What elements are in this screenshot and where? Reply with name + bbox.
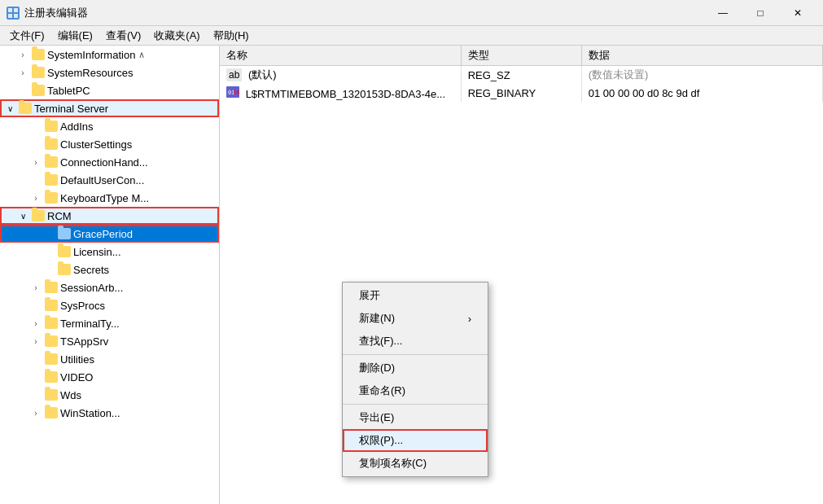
reg-name-label: L$RTMTIMEBOMB_1320153D-8DA3-4e...	[246, 88, 445, 100]
expand-icon: ∨	[16, 209, 29, 222]
tree-item-video[interactable]: › VIDEO	[0, 368, 219, 386]
close-button[interactable]: ✕	[779, 0, 816, 26]
tree-label: TerminalTy...	[60, 318, 120, 330]
tree-label: Utilities	[60, 353, 94, 366]
expand-icon: ›	[29, 191, 42, 204]
table-row[interactable]: 01 10 L$RTMTIMEBOMB_1320153D-8DA3-4e... …	[220, 84, 823, 102]
tree-item-clustersettings[interactable]: › ClusterSettings	[0, 135, 219, 153]
row-data: (数值未设置)	[581, 66, 822, 85]
col-type: 类型	[461, 46, 581, 66]
ctx-find[interactable]: 查找(F)...	[343, 330, 488, 353]
folder-icon	[19, 103, 32, 114]
row-type: REG_BINARY	[461, 84, 581, 102]
maximize-button[interactable]: □	[742, 0, 779, 26]
tree-item-tsappsrv[interactable]: › TSAppSrv	[0, 332, 219, 350]
tree-item-sysprocs[interactable]: › SysProcs	[0, 296, 219, 314]
svg-rect-1	[14, 8, 18, 12]
tree-label: ConnectionHand...	[60, 156, 148, 169]
tree-item-tabletpc[interactable]: › TabletPC	[0, 81, 219, 99]
menu-bar: 文件(F) 编辑(E) 查看(V) 收藏夹(A) 帮助(H)	[0, 26, 823, 46]
arrow-right-icon: ›	[468, 313, 471, 325]
ctx-rename[interactable]: 重命名(R)	[343, 379, 488, 402]
main-area: › SystemInformation ∧ › SystemResources …	[0, 46, 823, 504]
folder-icon	[45, 389, 58, 401]
ctx-copy-keyname[interactable]: 复制项名称(C)	[343, 452, 488, 475]
tree-label: SystemInformation	[47, 49, 135, 61]
window-title: 注册表编辑器	[24, 6, 88, 20]
folder-icon	[45, 300, 58, 311]
expand-icon: ›	[29, 156, 42, 169]
row-data: 01 00 00 00 d0 8c 9d df	[581, 84, 822, 102]
row-name: ab (默认)	[220, 66, 461, 85]
menu-file[interactable]: 文件(F)	[3, 27, 51, 45]
title-bar-left: 注册表编辑器	[7, 6, 88, 20]
svg-rect-0	[8, 8, 12, 12]
folder-icon	[45, 174, 58, 186]
tree-label: ClusterSettings	[60, 138, 132, 151]
row-name: 01 10 L$RTMTIMEBOMB_1320153D-8DA3-4e...	[220, 84, 461, 102]
table-row[interactable]: ab (默认) REG_SZ (数值未设置)	[220, 66, 823, 85]
tree-item-keyboardtypem[interactable]: › KeyboardType M...	[0, 189, 219, 207]
tree-item-licensing[interactable]: › Licensin...	[0, 243, 219, 261]
reg-icon: ab	[226, 68, 242, 81]
tree-item-addins[interactable]: › AddIns	[0, 117, 219, 135]
context-menu: 展开 新建(N) › 查找(F)... 删除(D) 重命名(R) 导出(E) 权…	[342, 282, 488, 477]
ctx-delete[interactable]: 删除(D)	[343, 357, 488, 379]
tree-item-systemresources[interactable]: › SystemResources	[0, 64, 219, 81]
tree-item-winstation[interactable]: › WinStation...	[0, 404, 219, 422]
tree-panel: › SystemInformation ∧ › SystemResources …	[0, 46, 220, 504]
tree-item-terminaltype[interactable]: › TerminalTy...	[0, 314, 219, 332]
tree-item-connectionhandl[interactable]: › ConnectionHand...	[0, 153, 219, 171]
menu-favorites[interactable]: 收藏夹(A)	[147, 27, 206, 45]
tree-item-defaultusercon[interactable]: › DefaultUserCon...	[0, 171, 219, 189]
tree-item-graceperiod[interactable]: › GracePeriod	[0, 225, 219, 243]
registry-table: 名称 类型 数据 ab (默认) REG_SZ (数值未设置)	[220, 46, 823, 102]
folder-icon	[58, 246, 71, 257]
reg-name-label: (默认)	[248, 68, 277, 81]
ctx-permissions[interactable]: 权限(P)...	[343, 429, 488, 452]
tree-item-terminalserver[interactable]: ∨ Terminal Server	[0, 99, 219, 117]
folder-icon	[45, 121, 58, 132]
tree-label: Secrets	[73, 264, 109, 276]
tree-item-sessionarb[interactable]: › SessionArb...	[0, 278, 219, 296]
tree-item-systeminformation[interactable]: › SystemInformation ∧	[0, 46, 219, 64]
col-data: 数据	[581, 46, 822, 66]
expand-icon: ›	[16, 66, 29, 79]
menu-edit[interactable]: 编辑(E)	[51, 27, 99, 45]
ctx-new[interactable]: 新建(N) ›	[343, 307, 488, 330]
menu-help[interactable]: 帮助(H)	[207, 27, 256, 45]
tree-item-secrets[interactable]: › Secrets	[0, 261, 219, 278]
expand-icon: ›	[29, 281, 42, 294]
tree-label: GracePeriod	[73, 228, 133, 240]
tree-label: KeyboardType M...	[60, 192, 149, 204]
minimize-button[interactable]: —	[704, 0, 742, 26]
folder-icon	[32, 67, 45, 78]
right-panel: 名称 类型 数据 ab (默认) REG_SZ (数值未设置)	[220, 46, 823, 504]
expand-icon: ›	[29, 335, 42, 348]
folder-icon	[45, 138, 58, 150]
folder-icon	[32, 85, 45, 96]
tree-item-utilities[interactable]: › Utilities	[0, 350, 219, 368]
tree-scroll[interactable]: › SystemInformation ∧ › SystemResources …	[0, 46, 219, 504]
folder-icon	[32, 210, 45, 221]
folder-icon	[45, 335, 58, 347]
tree-label: SysProcs	[60, 300, 105, 312]
tree-label: WinStation...	[60, 407, 120, 419]
tree-item-wds[interactable]: › Wds	[0, 386, 219, 404]
app-icon	[7, 7, 20, 20]
folder-icon	[58, 264, 71, 275]
tree-label: RCM	[47, 210, 72, 222]
folder-icon	[32, 49, 45, 60]
folder-icon	[45, 353, 58, 365]
ctx-separator-2	[343, 404, 488, 405]
title-bar: 注册表编辑器 — □ ✕	[0, 0, 823, 26]
ctx-export[interactable]: 导出(E)	[343, 406, 488, 429]
tree-item-rcm[interactable]: ∨ RCM	[0, 207, 219, 225]
tree-label: TSAppSrv	[60, 335, 108, 348]
menu-view[interactable]: 查看(V)	[99, 27, 147, 45]
tree-label: SessionArb...	[60, 282, 123, 294]
folder-icon	[45, 371, 58, 383]
tree-label: Wds	[60, 389, 81, 401]
folder-icon	[58, 228, 71, 239]
ctx-expand[interactable]: 展开	[343, 284, 488, 307]
